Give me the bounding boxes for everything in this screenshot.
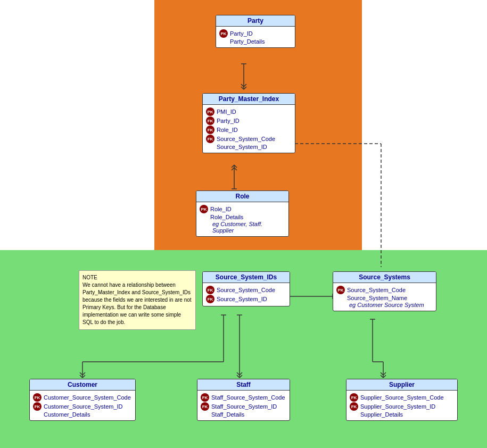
role-field-0: PK Role_ID [200, 205, 285, 213]
entity-role: Role PK Role_ID Role_Details eg Customer… [196, 190, 289, 237]
entity-role-body: PK Role_ID Role_Details eg Customer, Sta… [196, 202, 288, 236]
entity-ssids: Source_System_IDs FK Source_System_Code … [202, 271, 290, 306]
entity-party-header: Party [216, 15, 295, 27]
entity-supplier-body: FK Supplier_Source_System_Code FK Suppli… [346, 391, 457, 420]
fk-icon: FK [206, 117, 214, 125]
entity-ssids-body: FK Source_System_Code FK Source_System_I… [203, 283, 290, 306]
entity-customer-header: Customer [30, 379, 135, 391]
role-field-1: Role_Details [200, 214, 285, 220]
entity-staff-name: Staff [236, 381, 251, 388]
pmi-field-4: Source_System_ID [206, 144, 292, 150]
fk-icon: FK [206, 295, 214, 303]
fk-icon: FK [350, 402, 358, 411]
entity-role-header: Role [196, 191, 288, 202]
pmi-field-1: FK Party_ID [206, 117, 292, 125]
entity-supplier: Supplier FK Supplier_Source_System_Code … [346, 379, 458, 421]
staff-field-2: Staff_Details [201, 411, 286, 418]
pk-icon: PK [219, 29, 228, 38]
cust-field-1: FK Customer_Source_System_ID [33, 402, 132, 411]
role-field-2: eg Customer, Staff. Supplier [200, 221, 285, 234]
cust-field-0: FK Customer_Source_System_Code [33, 393, 132, 402]
fk-icon: FK [33, 402, 42, 411]
note-text: NOTE We cannot have a relationship betwe… [82, 275, 193, 325]
entity-supplier-header: Supplier [346, 379, 457, 391]
fk-icon: FK [33, 393, 42, 402]
canvas: Party PK Party_ID Party_Details Party_Ma… [0, 0, 487, 448]
entity-party-name: Party [247, 17, 263, 24]
entity-customer-body: FK Customer_Source_System_Code FK Custom… [30, 391, 135, 420]
entity-pmi: Party_Master_Index PK PMI_ID FK Party_ID… [202, 93, 295, 153]
bg-white-top [0, 0, 154, 250]
entity-ssids-header: Source_System_IDs [203, 272, 290, 283]
fk-icon: FK [201, 402, 209, 411]
supp-field-2: Supplier_Details [350, 411, 454, 418]
party-field-0: PK Party_ID [219, 29, 292, 38]
ss-field-1: Source_System_Name [336, 295, 433, 301]
entity-ss: Source_Systems PK Source_System_Code Sou… [333, 271, 436, 311]
staff-field-1: FK Staff_Source_System_ID [201, 402, 286, 411]
entity-ssids-name: Source_System_IDs [216, 273, 277, 281]
entity-party-body: PK Party_ID Party_Details [216, 27, 295, 47]
entity-ss-body: PK Source_System_Code Source_System_Name… [333, 283, 436, 311]
entity-role-name: Role [235, 193, 249, 200]
entity-ss-name: Source_Systems [359, 273, 410, 281]
entity-customer-name: Customer [68, 381, 97, 388]
entity-pmi-header: Party_Master_Index [203, 94, 295, 105]
pk-icon: PK [336, 286, 345, 294]
cust-field-2: Customer_Details [33, 411, 132, 418]
ss-field-2: eg Customer Source System [336, 302, 433, 308]
fk-icon: FK [206, 126, 214, 134]
pk-icon: PK [200, 205, 208, 213]
fk-icon: FK [350, 393, 358, 402]
ss-field-0: PK Source_System_Code [336, 286, 433, 294]
supp-field-0: FK Supplier_Source_System_Code [350, 393, 454, 402]
entity-pmi-name: Party_Master_Index [219, 95, 279, 103]
pk-icon: PK [206, 107, 214, 116]
entity-staff-header: Staff [197, 379, 290, 391]
fk-icon: FK [201, 393, 209, 402]
note-box: NOTE We cannot have a relationship betwe… [79, 270, 196, 330]
entity-pmi-body: PK PMI_ID FK Party_ID FK Role_ID FK Sour… [203, 105, 295, 153]
ssids-field-0: FK Source_System_Code [206, 286, 286, 294]
entity-staff-body: FK Staff_Source_System_Code FK Staff_Sou… [197, 391, 290, 420]
entity-supplier-name: Supplier [389, 381, 415, 388]
pmi-field-0: PK PMI_ID [206, 107, 292, 116]
pmi-field-2: FK Role_ID [206, 126, 292, 134]
entity-ss-header: Source_Systems [333, 272, 436, 283]
fk-icon: FK [206, 286, 214, 294]
staff-field-0: FK Staff_Source_System_Code [201, 393, 286, 402]
fk-icon: FK [206, 135, 214, 143]
entity-customer: Customer FK Customer_Source_System_Code … [29, 379, 136, 421]
ssids-field-1: FK Source_System_ID [206, 295, 286, 303]
party-field-1: Party_Details [219, 38, 292, 45]
bg-white-right [362, 0, 487, 250]
entity-staff: Staff FK Staff_Source_System_Code FK Sta… [197, 379, 290, 421]
entity-party: Party PK Party_ID Party_Details [216, 15, 295, 48]
pmi-field-3: FK Source_System_Code [206, 135, 292, 143]
supp-field-1: FK Supplier_Source_System_ID [350, 402, 454, 411]
